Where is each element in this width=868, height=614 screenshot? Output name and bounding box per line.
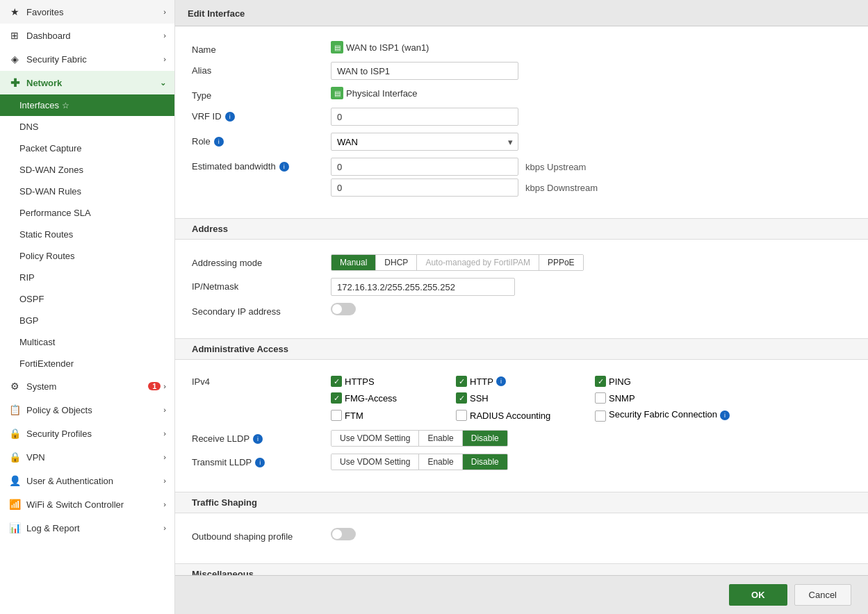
receive-lldp-value: Use VDOM Setting Enable Disable	[331, 430, 851, 447]
ftm-checkbox[interactable]	[331, 410, 342, 421]
alias-row: Alias	[192, 58, 851, 83]
sidebar-item-favorites[interactable]: ★ Favorites ›	[0, 0, 174, 24]
vrf-value	[331, 108, 851, 126]
ping-checkbox[interactable]: ✓	[595, 376, 606, 387]
receive-lldp-info-icon[interactable]: i	[253, 434, 263, 444]
sidebar-item-wifi-switch[interactable]: 📶 WiFi & Switch Controller ›	[0, 492, 174, 516]
ipv4-row: IPv4 ✓ HTTPS ✓ HTTP i	[192, 371, 851, 426]
sidebar-item-security-profiles[interactable]: 🔒 Security Profiles ›	[0, 422, 174, 445]
ping-label: PING	[609, 376, 631, 387]
alias-label: Alias	[192, 62, 331, 76]
fmg-checkbox[interactable]: ✓	[331, 392, 342, 404]
transmit-lldp-label: Transmit LLDP i	[192, 454, 331, 467]
vrf-label: VRF ID i	[192, 108, 331, 122]
sidebar-item-policy-objects[interactable]: 📋 Policy & Objects ›	[0, 398, 174, 422]
vrf-info-icon[interactable]: i	[225, 112, 235, 122]
ip-netmask-input[interactable]	[331, 278, 515, 296]
type-icon: ▤	[331, 87, 343, 99]
ok-button[interactable]: OK	[729, 584, 787, 606]
bw-upstream-input[interactable]	[331, 158, 518, 176]
sidebar-item-vpn[interactable]: 🔒 VPN ›	[0, 445, 174, 469]
ftm-checkbox-cell: FTM	[331, 408, 456, 423]
sidebar-item-label: Security Profiles	[26, 429, 92, 439]
sidebar-item-log-report[interactable]: 📊 Log & Report ›	[0, 516, 174, 540]
sidebar-item-sdwan-rules[interactable]: SD-WAN Rules	[0, 181, 174, 202]
traffic-shaping-section-bar: Traffic Shaping	[175, 492, 868, 513]
sidebar-item-user-auth[interactable]: 👤 User & Authentication ›	[0, 469, 174, 492]
role-info-icon[interactable]: i	[214, 137, 224, 147]
transmit-lldp-vdom-btn[interactable]: Use VDOM Setting	[331, 454, 419, 470]
sidebar-item-fortiextender[interactable]: FortiExtender	[0, 353, 174, 374]
bw-downstream-input[interactable]	[331, 179, 518, 197]
chevron-icon: ›	[163, 8, 166, 16]
security-fabric-checkbox-cell: Security Fabric Connection i	[595, 408, 748, 423]
ssh-checkbox[interactable]: ✓	[456, 392, 467, 404]
sidebar-item-label: Static Routes	[19, 229, 73, 240]
snmp-checkbox[interactable]	[595, 392, 606, 404]
http-checkbox[interactable]: ✓	[456, 376, 467, 387]
role-label: Role i	[192, 133, 331, 147]
admin-access-body: IPv4 ✓ HTTPS ✓ HTTP i	[175, 365, 868, 485]
receive-lldp-enable-btn[interactable]: Enable	[419, 431, 462, 446]
secondary-ip-toggle[interactable]	[331, 303, 356, 315]
network-icon: ✚	[8, 76, 21, 89]
addressing-mode-value: Manual DHCP Auto-managed by FortiIPAM PP…	[331, 254, 851, 271]
sidebar-item-policy-routes[interactable]: Policy Routes	[0, 245, 174, 267]
system-badge: 1	[148, 382, 161, 390]
type-value: ▤ Physical Interface	[331, 87, 851, 99]
ipv4-checkboxes: ✓ HTTPS ✓ HTTP i ✓ PING	[331, 374, 851, 423]
sidebar-item-dashboard[interactable]: ⊞ Dashboard ›	[0, 24, 174, 47]
bandwidth-value: kbps Upstream kbps Downstream	[331, 158, 851, 197]
type-label: Type	[192, 87, 331, 101]
role-select[interactable]: WAN LAN DMZ Undefined	[331, 133, 518, 151]
sidebar-item-performance-sla[interactable]: Performance SLA	[0, 202, 174, 224]
sidebar-item-packet-capture[interactable]: Packet Capture	[0, 138, 174, 159]
sidebar-item-system[interactable]: ⚙ System 1 ›	[0, 374, 174, 398]
footer-bar: OK Cancel	[175, 575, 868, 614]
mode-manual-btn[interactable]: Manual	[331, 255, 376, 270]
sidebar-item-static-routes[interactable]: Static Routes	[0, 224, 174, 245]
sidebar-item-security-fabric[interactable]: ◈ Security Fabric ›	[0, 47, 174, 71]
sidebar-item-sdwan-zones[interactable]: SD-WAN Zones	[0, 159, 174, 181]
mode-pppoe-btn[interactable]: PPPoE	[539, 255, 583, 270]
https-checkbox[interactable]: ✓	[331, 376, 342, 387]
receive-lldp-vdom-btn[interactable]: Use VDOM Setting	[331, 431, 419, 446]
outbound-shaping-toggle[interactable]	[331, 528, 356, 540]
sidebar-item-label: Security Fabric	[26, 54, 87, 65]
radius-checkbox[interactable]	[456, 410, 467, 421]
outbound-shaping-row: Outbound shaping profile	[192, 524, 851, 545]
sidebar-item-network[interactable]: ✚ Network ⌄	[0, 71, 174, 94]
transmit-lldp-disable-btn[interactable]: Disable	[463, 454, 507, 470]
sidebar-item-rip[interactable]: RIP	[0, 267, 174, 288]
chevron-icon: ›	[163, 406, 166, 414]
security-fabric-checkbox[interactable]	[595, 410, 606, 422]
receive-lldp-row: Receive LLDP i Use VDOM Setting Enable D…	[192, 426, 851, 450]
vrf-input[interactable]	[331, 108, 518, 126]
http-checkbox-cell: ✓ HTTP i	[456, 374, 595, 388]
address-section-bar: Address	[175, 218, 868, 240]
fmg-checkbox-cell: ✓ FMG-Access	[331, 391, 456, 405]
alias-input[interactable]	[331, 62, 518, 80]
sf-info-icon[interactable]: i	[720, 410, 730, 420]
radius-label: RADIUS Accounting	[470, 410, 550, 421]
transmit-lldp-enable-btn[interactable]: Enable	[419, 454, 462, 470]
sidebar-item-dns[interactable]: DNS	[0, 116, 174, 138]
sidebar-item-multicast[interactable]: Multicast	[0, 331, 174, 353]
transmit-lldp-value: Use VDOM Setting Enable Disable	[331, 454, 851, 470]
bw-info-icon[interactable]: i	[279, 162, 289, 172]
receive-lldp-disable-btn[interactable]: Disable	[463, 431, 507, 446]
mode-fortiipam-btn[interactable]: Auto-managed by FortiIPAM	[417, 255, 539, 270]
transmit-lldp-info-icon[interactable]: i	[255, 458, 265, 467]
sidebar-item-ospf[interactable]: OSPF	[0, 288, 174, 310]
sidebar-item-interfaces[interactable]: Interfaces ☆	[0, 94, 174, 116]
chevron-icon: ⌄	[160, 78, 166, 88]
http-info-icon[interactable]: i	[496, 376, 506, 386]
https-checkbox-cell: ✓ HTTPS	[331, 374, 456, 388]
sidebar-item-bgp[interactable]: BGP	[0, 310, 174, 331]
mode-dhcp-btn[interactable]: DHCP	[376, 255, 417, 270]
sidebar-item-label: Network	[26, 78, 62, 88]
addressing-mode-group: Manual DHCP Auto-managed by FortiIPAM PP…	[331, 254, 584, 271]
cancel-button[interactable]: Cancel	[794, 584, 851, 606]
type-row: Type ▤ Physical Interface	[192, 83, 851, 104]
sidebar: ★ Favorites › ⊞ Dashboard › ◈ Security F…	[0, 0, 175, 614]
